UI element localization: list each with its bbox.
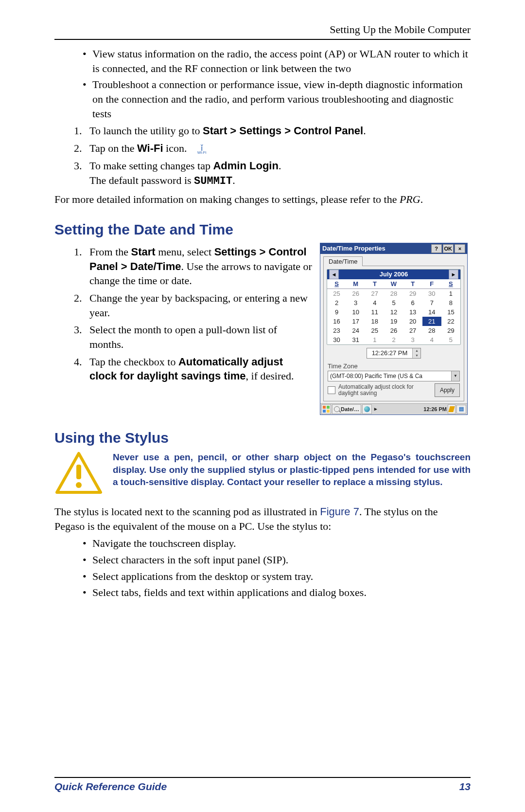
- timezone-value: (GMT-08:00) Pacific Time (US & Ca: [328, 371, 451, 381]
- tab-datetime[interactable]: Date/Time: [323, 256, 363, 266]
- calendar-day[interactable]: 2: [384, 335, 403, 344]
- calendar-dow: S: [327, 279, 346, 289]
- taskbar-clock[interactable]: 12:26 PM: [423, 406, 447, 412]
- calendar-day[interactable]: 28: [384, 289, 403, 298]
- apply-button[interactable]: Apply: [435, 383, 460, 397]
- step1-text: To launch the utility go to: [89, 125, 203, 137]
- svg-rect-1: [76, 465, 81, 479]
- prev-month-button[interactable]: ◄: [329, 270, 339, 279]
- calendar-day[interactable]: 4: [365, 298, 384, 307]
- calendar-day[interactable]: 5: [441, 335, 460, 344]
- calendar-day[interactable]: 24: [346, 326, 365, 335]
- calendar-day[interactable]: 23: [327, 326, 346, 335]
- calendar-day[interactable]: 14: [422, 307, 441, 317]
- calendar-day[interactable]: 12: [384, 307, 403, 317]
- calendar-day[interactable]: 5: [384, 298, 403, 307]
- calendar-dow: W: [384, 279, 403, 289]
- tray-separator: ▸: [373, 405, 379, 414]
- calendar-day[interactable]: 29: [441, 326, 460, 335]
- page-header: Setting Up the Mobile Computer: [54, 23, 471, 40]
- calendar-day[interactable]: 7: [422, 298, 441, 307]
- calendar-day[interactable]: 21: [422, 317, 441, 326]
- date-step-2: Change the year by backspacing, or enter…: [85, 291, 312, 320]
- calendar-dow: T: [403, 279, 422, 289]
- calendar-day[interactable]: 16: [327, 317, 346, 326]
- windows-flag-icon: [323, 406, 330, 413]
- calendar-day[interactable]: 29: [403, 289, 422, 298]
- calendar-day[interactable]: 9: [327, 307, 346, 317]
- dst-label: Automatically adjust clock for daylight …: [338, 384, 432, 397]
- calendar-day[interactable]: 26: [384, 326, 403, 335]
- stylus-bullet-list: Navigate the touchscreen display.Select …: [54, 536, 471, 600]
- magnifier-icon: [334, 406, 340, 412]
- calendar-day[interactable]: 27: [403, 326, 422, 335]
- svg-point-2: [76, 482, 82, 488]
- stylus-intro: The stylus is located next to the scanni…: [54, 505, 471, 533]
- calendar-day[interactable]: 26: [346, 289, 365, 298]
- calendar-day[interactable]: 3: [346, 298, 365, 307]
- time-spinner[interactable]: ▲▼: [412, 348, 420, 358]
- calendar-dow: F: [422, 279, 441, 289]
- calendar-grid[interactable]: SMTWTFS252627282930123456789101112131415…: [327, 279, 460, 344]
- calendar-day[interactable]: 25: [365, 326, 384, 335]
- dropdown-arrow-icon[interactable]: ▼: [451, 371, 459, 381]
- calendar-day[interactable]: 15: [441, 307, 460, 317]
- taskbar: Date/… ▸ 12:26 PM ▤: [320, 403, 467, 415]
- calendar-day[interactable]: 1: [441, 289, 460, 298]
- time-input[interactable]: 12:26:27 PM ▲▼: [367, 348, 421, 359]
- taskbar-app[interactable]: Date/…: [332, 404, 361, 414]
- tray-desktop[interactable]: ▤: [456, 405, 466, 414]
- calendar-day[interactable]: 13: [403, 307, 422, 317]
- calendar-day[interactable]: 19: [384, 317, 403, 326]
- calendar-day[interactable]: 2: [327, 298, 346, 307]
- tray-network[interactable]: [362, 404, 372, 414]
- timezone-label: Time Zone: [328, 362, 461, 370]
- taskbar-app-label: Date/…: [341, 406, 359, 412]
- calendar-day[interactable]: 11: [365, 307, 384, 317]
- calendar-day[interactable]: 27: [365, 289, 384, 298]
- dst-checkbox[interactable]: [328, 386, 335, 394]
- list-item: View status information on the radio, th…: [83, 47, 471, 75]
- heading-date-time: Setting the Date and Time: [54, 221, 471, 238]
- timezone-select[interactable]: (GMT-08:00) Pacific Time (US & Ca ▼: [328, 371, 460, 381]
- close-button[interactable]: ×: [455, 244, 465, 253]
- step3-line2-pre: The default password is: [89, 174, 194, 186]
- date-steps: From the Start menu, select Settings > C…: [54, 245, 312, 383]
- ok-button[interactable]: OK: [443, 244, 454, 253]
- calendar-day[interactable]: 6: [403, 298, 422, 307]
- figure-link[interactable]: Figure 7: [320, 505, 359, 518]
- calendar-day[interactable]: 17: [346, 317, 365, 326]
- more-info: For more detailed information on making …: [54, 192, 471, 207]
- footer-page: 13: [459, 781, 471, 793]
- globe-icon: [364, 406, 370, 412]
- warning-icon: [54, 451, 103, 497]
- calendar-day[interactable]: 30: [327, 335, 346, 344]
- start-button[interactable]: [321, 404, 331, 414]
- calendar-day[interactable]: 31: [346, 335, 365, 344]
- step2-pre: Tap on the: [89, 142, 137, 154]
- step3-line2-post: .: [232, 174, 235, 186]
- calendar-month[interactable]: July 2006: [341, 271, 447, 278]
- heading-stylus: Using the Stylus: [54, 430, 471, 446]
- calendar-day[interactable]: 18: [365, 317, 384, 326]
- calendar-day[interactable]: 3: [403, 335, 422, 344]
- calendar-day[interactable]: 22: [441, 317, 460, 326]
- calendar-day[interactable]: 30: [422, 289, 441, 298]
- list-item: Navigate the touchscreen display.: [83, 536, 471, 551]
- calendar-day[interactable]: 4: [422, 335, 441, 344]
- time-value[interactable]: 12:26:27 PM: [367, 348, 413, 358]
- calendar-day[interactable]: 10: [346, 307, 365, 317]
- calendar-day[interactable]: 25: [327, 289, 346, 298]
- calendar-day[interactable]: 8: [441, 298, 460, 307]
- help-button[interactable]: ?: [431, 244, 442, 253]
- pen-icon: [448, 406, 455, 412]
- tray-sip[interactable]: [448, 404, 455, 414]
- list-item: Select characters in the soft input pane…: [83, 553, 471, 567]
- calendar-day[interactable]: 28: [422, 326, 441, 335]
- list-item: Troubleshoot a connection or performance…: [83, 77, 471, 121]
- next-month-button[interactable]: ►: [449, 270, 458, 279]
- calendar-day[interactable]: 1: [365, 335, 384, 344]
- page-footer: Quick Reference Guide 13: [54, 777, 471, 793]
- calendar-day[interactable]: 20: [403, 317, 422, 326]
- datetime-window: Date/Time Properties ? OK × Date/Time ◄ …: [320, 243, 468, 415]
